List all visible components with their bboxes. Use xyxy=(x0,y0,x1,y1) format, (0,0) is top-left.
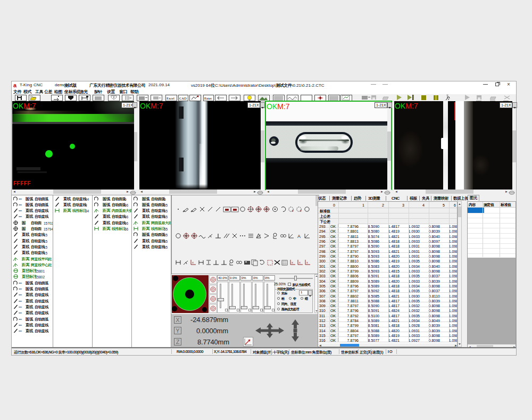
svg-text:A: A xyxy=(297,234,301,239)
svg-text:x: x xyxy=(192,261,194,264)
svg-text:x: x xyxy=(292,261,293,264)
svg-text:x: x xyxy=(299,261,301,264)
svg-text:x: x xyxy=(306,261,308,264)
